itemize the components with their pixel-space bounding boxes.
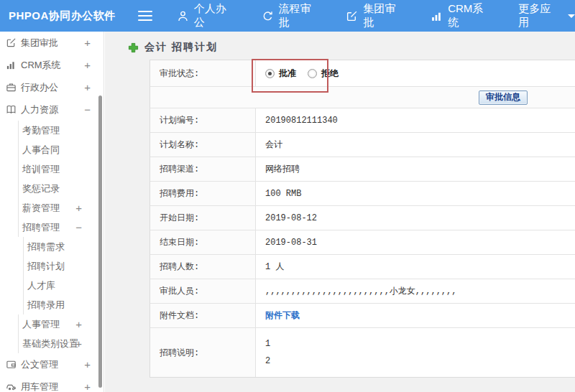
sidebar-item-label: 基础类别设置 [22, 337, 78, 350]
main-content: 会计 招聘计划 审批状态: 批准 拒绝 审批信息 [105, 32, 575, 392]
field-label: 招聘人数: [150, 255, 256, 279]
table-row-approvers: 审批人员: ,,,,,,,,,,,,,,,,,,,,,,,,小龙女,,,,,,,… [150, 279, 575, 304]
field-value: 20190812111340 [256, 108, 575, 132]
description-line: 1 [265, 339, 270, 349]
expand-toggle[interactable]: + [75, 318, 82, 330]
sidebar-item-training[interactable]: 培训管理 [18, 159, 104, 179]
field-value: 网络招聘 [256, 157, 575, 181]
radio-label: 拒绝 [321, 67, 339, 80]
page-title: 会计 招聘计划 [144, 41, 218, 54]
nav-workflow-approval[interactable]: 流程审批 [262, 2, 322, 29]
table-row-description: 招聘说明: 1 2 [150, 328, 575, 377]
sidebar-item-talent-pool[interactable]: 人才库 [23, 276, 104, 295]
sidebar-item-recruit-demand[interactable]: 招聘需求 [23, 237, 104, 256]
field-label: 计划名称: [150, 133, 256, 157]
field-value: ,,,,,,,,,,,,,,,,,,,,,,,,小龙女,,,,,,,, [256, 279, 575, 303]
collapse-toggle[interactable]: − [75, 221, 82, 233]
sidebar-item-label: 用车管理 [21, 381, 58, 392]
sidebar-item-hr[interactable]: 人力资源 − [0, 98, 104, 121]
sidebar-item-document[interactable]: 公文管理 + [0, 353, 104, 375]
sidebar-item-salary[interactable]: 薪资管理 + [18, 198, 104, 218]
page-title-row: 会计 招聘计划 [105, 32, 575, 60]
top-header: PHPOA协同办公软件 个人办公 流程审批 集团审批 CRM系统 更多应用 [0, 0, 575, 32]
expand-toggle[interactable]: + [75, 337, 82, 350]
field-value: 2019-08-31 [256, 230, 575, 254]
app-logo: PHPOA协同办公软件 [0, 9, 138, 23]
field-label: 审批人员: [150, 279, 256, 303]
sidebar-item-vehicle[interactable]: 用车管理 + [0, 375, 104, 392]
expand-toggle[interactable]: + [75, 202, 82, 214]
sidebar-item-label: 公文管理 [21, 358, 58, 371]
nav-group-approval[interactable]: 集团审批 [346, 2, 406, 29]
table-row-plan-name: 计划名称: 会计 [150, 133, 575, 157]
sidebar-item-recruit-plan[interactable]: 招聘计划 [23, 256, 104, 276]
edit-icon [6, 37, 17, 48]
approval-info-button[interactable]: 审批信息 [479, 90, 528, 105]
field-value: 100 RMB [256, 182, 575, 205]
field-label: 招聘费用: [150, 182, 256, 205]
expand-toggle[interactable]: + [84, 381, 91, 392]
sidebar-item-attendance[interactable]: 考勤管理 [18, 121, 104, 140]
field-label: 附件文档: [150, 304, 256, 327]
chart-icon [6, 60, 17, 70]
table-row-headcount: 招聘人数: 1 人 [150, 255, 575, 279]
sidebar-item-base-category[interactable]: 基础类别设置 + [18, 334, 104, 353]
radio-option-reject[interactable]: 拒绝 [308, 67, 339, 80]
sidebar-item-crm[interactable]: CRM系统 + [0, 54, 104, 76]
sidebar-item-label: 集团审批 [21, 37, 58, 50]
nav-crm-system[interactable]: CRM系统 [431, 2, 494, 29]
field-label: 招聘说明: [150, 328, 256, 377]
expand-toggle[interactable]: + [84, 37, 91, 49]
sidebar-item-label: 奖惩记录 [22, 182, 60, 195]
sidebar-item-admin-office[interactable]: 行政办公 + [0, 76, 104, 98]
table-row-start-date: 开始日期: 2019-08-12 [150, 206, 575, 230]
sidebar-scrollbar[interactable] [98, 95, 102, 388]
nav-label: 更多应用 [518, 2, 561, 29]
nav-personal-office[interactable]: 个人办公 [177, 2, 237, 29]
field-label: 开始日期: [150, 206, 256, 230]
field-label: 计划编号: [150, 108, 256, 132]
collapse-toggle[interactable]: − [84, 103, 91, 116]
approval-radio-group: 批准 拒绝 [265, 67, 339, 80]
sidebar-item-recruit-hire[interactable]: 招聘录用 [23, 295, 104, 314]
sidebar-item-group-approval[interactable]: 集团审批 + [0, 32, 104, 54]
table-row-approval-info: 审批信息 [150, 87, 575, 108]
nav-label: 集团审批 [363, 2, 406, 29]
sidebar-item-label: 招聘需求 [27, 241, 65, 253]
cycle-icon [262, 10, 274, 22]
sidebar-item-rewards[interactable]: 奖惩记录 [18, 179, 104, 198]
sidebar-item-label: 人事合同 [22, 144, 60, 157]
nav-label: 个人办公 [194, 2, 237, 29]
document-icon [6, 359, 17, 370]
sidebar-item-label: 薪资管理 [22, 202, 60, 215]
sidebar-item-label: 考勤管理 [22, 124, 60, 137]
radio-reject-icon[interactable] [308, 69, 317, 78]
attachment-download-link[interactable]: 附件下载 [265, 309, 300, 322]
add-icon [128, 42, 139, 53]
sidebar-item-label: 培训管理 [22, 163, 60, 176]
car-icon [6, 381, 17, 392]
sidebar-item-label: 招聘计划 [27, 260, 65, 273]
radio-label: 批准 [279, 67, 296, 80]
field-label: 审批状态: [150, 60, 256, 86]
sidebar-item-label: 人才库 [27, 279, 55, 292]
sidebar-item-hr-contract[interactable]: 人事合同 [18, 140, 104, 159]
radio-option-approve[interactable]: 批准 [265, 67, 296, 80]
expand-toggle[interactable]: + [84, 358, 91, 370]
description-line: 2 [265, 356, 270, 366]
sidebar-item-label: 人力资源 [21, 103, 58, 116]
expand-toggle[interactable]: + [84, 59, 91, 71]
sidebar-item-personnel[interactable]: 人事管理 + [18, 314, 104, 334]
nav-more-apps[interactable]: 更多应用 [518, 2, 575, 29]
chart-icon [431, 10, 443, 22]
sidebar-item-recruit-mgmt[interactable]: 招聘管理 − [18, 218, 104, 237]
sidebar-item-label: 招聘管理 [22, 221, 60, 234]
nav-label: CRM系统 [448, 2, 494, 29]
field-value: 1 人 [256, 255, 575, 279]
recruit-plan-detail-table: 审批状态: 批准 拒绝 审批信息 计划编号: 201 [150, 60, 575, 378]
radio-approve-icon[interactable] [265, 69, 275, 78]
table-row-attachment: 附件文档: 附件下载 [150, 304, 575, 328]
menu-toggle-icon[interactable] [138, 11, 152, 21]
expand-toggle[interactable]: + [84, 81, 91, 93]
sidebar-item-label: 人事管理 [22, 318, 60, 331]
